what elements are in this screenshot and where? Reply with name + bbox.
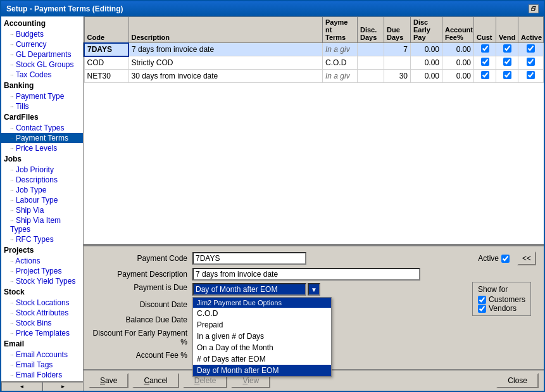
dropdown-option-given-days[interactable]: In a given # of Days bbox=[193, 331, 331, 342]
payment-desc-input[interactable] bbox=[192, 268, 420, 281]
main-window: Setup - Payment Terms (Editing) 🗗 Accoun… bbox=[0, 0, 545, 392]
payment-due-label: Payment is Due bbox=[91, 283, 192, 292]
show-for-section: Show for Customers Vendors bbox=[472, 282, 531, 316]
discount-early-label: Discount For Early Payment % bbox=[91, 329, 192, 346]
sidebar-item-ship-via-item-types[interactable]: ·· Ship Via Item Types bbox=[1, 215, 83, 234]
active-checkbox[interactable] bbox=[527, 71, 535, 79]
active-checkbox[interactable] bbox=[527, 58, 535, 66]
sidebar-item-budgets[interactable]: ·· Budgets bbox=[1, 29, 83, 39]
cell-account-fee: 0.00 bbox=[442, 43, 474, 56]
sidebar-item-stock-yield-types[interactable]: ·· Stock Yield Types bbox=[1, 276, 83, 286]
cell-vend bbox=[496, 70, 518, 83]
payment-due-dropdown-display[interactable]: Day of Month after EOM bbox=[192, 283, 306, 296]
cell-code: COD bbox=[84, 56, 128, 70]
sidebar-item-actions[interactable]: ·· Actions bbox=[1, 256, 83, 266]
sidebar-item-stock-bins[interactable]: ·· Stock Bins bbox=[1, 318, 83, 328]
active-form-checkbox[interactable] bbox=[501, 255, 510, 263]
dropdown-option-days-after-eom[interactable]: # of Days after EOM bbox=[193, 353, 331, 365]
sidebar-item-stock-attributes[interactable]: ·· Stock Attributes bbox=[1, 308, 83, 318]
sidebar-item-job-type[interactable]: ·· Job Type bbox=[1, 185, 83, 195]
sidebar-item-tax-codes[interactable]: ·· Tax Codes bbox=[1, 70, 83, 80]
edit-panel: Payment Code Active << Payment Descripti… bbox=[84, 245, 544, 369]
payment-due-dropdown-popup: Jim2 Payment Due Options C.O.D Prepaid I… bbox=[192, 297, 332, 377]
sidebar-category-jobs: Jobs bbox=[1, 153, 83, 165]
cell-disc-early-pay: 0.00 bbox=[411, 56, 442, 70]
dropdown-option-day-month-eom[interactable]: Day of Month after EOM bbox=[193, 365, 331, 376]
table-row[interactable]: NET30 30 days from invoice date In a giv… bbox=[84, 70, 544, 83]
sidebar-item-job-priority[interactable]: ·· Job Priority bbox=[1, 165, 83, 175]
save-button[interactable]: Save bbox=[89, 373, 128, 388]
cell-cust bbox=[474, 56, 496, 70]
title-bar: Setup - Payment Terms (Editing) 🗗 bbox=[1, 1, 544, 16]
cell-due-days bbox=[384, 56, 411, 70]
form-row-payment-desc: Payment Description bbox=[91, 268, 536, 281]
dropdown-option-cod[interactable]: C.O.D bbox=[193, 308, 331, 319]
show-for-customers-label: Customers bbox=[489, 295, 525, 304]
sidebar-item-descriptions[interactable]: ·· Descriptions bbox=[1, 175, 83, 185]
sidebar-item-email-accounts[interactable]: ·· Email Accounts bbox=[1, 350, 83, 360]
table-row[interactable]: 7DAYS 7 days from invoice date In a giv … bbox=[84, 43, 544, 56]
sidebar-item-stock-locations[interactable]: ·· Stock Locations bbox=[1, 298, 83, 308]
sidebar-item-currency[interactable]: ·· Currency bbox=[1, 39, 83, 49]
cell-active bbox=[518, 70, 544, 83]
cell-disc-days bbox=[358, 43, 384, 56]
table-row[interactable]: COD Strictly COD C.O.D 0.00 0.00 bbox=[84, 56, 544, 70]
sidebar-item-payment-terms[interactable]: ·· Payment Terms bbox=[1, 133, 83, 143]
cell-description: 7 days from invoice date bbox=[128, 43, 323, 56]
sidebar-item-contact-types[interactable]: ·· Contact Types bbox=[1, 123, 83, 133]
cust-checkbox[interactable] bbox=[481, 71, 489, 79]
sidebar-scroll-right[interactable]: ► bbox=[42, 382, 84, 391]
nav-back-button[interactable]: << bbox=[517, 251, 536, 265]
cell-active bbox=[518, 43, 544, 56]
sidebar-item-email-folders[interactable]: ·· Email Folders bbox=[1, 370, 83, 380]
cell-disc-early-pay: 0.00 bbox=[411, 43, 442, 56]
payment-code-input[interactable] bbox=[192, 252, 306, 265]
col-due-days: DueDays bbox=[384, 17, 411, 43]
window-title: Setup - Payment Terms (Editing) bbox=[6, 4, 123, 13]
col-account-fee: Account Fee% bbox=[442, 17, 474, 43]
cell-disc-early-pay: 0.00 bbox=[411, 70, 442, 83]
sidebar-item-gl-departments[interactable]: ·· GL Departments bbox=[1, 49, 83, 60]
sidebar-item-labour-type[interactable]: ·· Labour Type bbox=[1, 195, 83, 205]
sidebar-item-stock-gl-groups[interactable]: ·· Stock GL Groups bbox=[1, 60, 83, 70]
payment-due-dropdown-arrow[interactable]: ▼ bbox=[308, 283, 320, 296]
show-for-vendors-checkbox[interactable] bbox=[478, 305, 486, 313]
col-description: Description bbox=[128, 17, 323, 43]
cust-checkbox[interactable] bbox=[481, 58, 489, 66]
form-row-payment-due: Payment is Due Day of Month after EOM ▼ … bbox=[91, 283, 536, 296]
sidebar-item-tills[interactable]: ·· Tills bbox=[1, 101, 83, 111]
cell-disc-days bbox=[358, 56, 384, 70]
vend-checkbox[interactable] bbox=[503, 44, 511, 53]
col-cust: Cust bbox=[474, 17, 496, 43]
dropdown-option-day-of-month[interactable]: On a Day of the Month bbox=[193, 342, 331, 353]
sidebar-wrapper: Accounting ·· Budgets ·· Currency ·· GL … bbox=[1, 16, 84, 391]
cancel-button[interactable]: Cancel bbox=[132, 373, 179, 388]
show-for-customers-checkbox[interactable] bbox=[478, 296, 486, 304]
sidebar-item-email-tags[interactable]: ·· Email Tags bbox=[1, 360, 83, 370]
close-button[interactable]: Close bbox=[496, 373, 539, 388]
sidebar-category-projects: Projects bbox=[1, 244, 83, 256]
show-for-customers-item: Customers bbox=[478, 295, 525, 304]
sidebar-scroll-left[interactable]: ◄ bbox=[1, 382, 42, 391]
sidebar-item-price-levels[interactable]: ·· Price Levels bbox=[1, 143, 83, 153]
payment-desc-label: Payment Description bbox=[91, 270, 192, 279]
cell-due-days: 30 bbox=[384, 70, 411, 83]
sidebar-category-email: Email bbox=[1, 338, 83, 350]
payment-code-label: Payment Code bbox=[91, 254, 192, 263]
sidebar-item-payment-type[interactable]: ·· Payment Type bbox=[1, 91, 83, 101]
sidebar-item-price-templates[interactable]: ·· Price Templates bbox=[1, 328, 83, 338]
restore-button[interactable]: 🗗 bbox=[529, 4, 539, 13]
dropdown-option-prepaid[interactable]: Prepaid bbox=[193, 319, 331, 331]
vend-checkbox[interactable] bbox=[503, 71, 511, 79]
active-checkbox[interactable] bbox=[527, 44, 535, 53]
show-for-title: Show for bbox=[478, 285, 525, 294]
sidebar-item-project-types[interactable]: ·· Project Types bbox=[1, 266, 83, 276]
sidebar-item-ship-via[interactable]: ·· Ship Via bbox=[1, 205, 83, 215]
cust-checkbox[interactable] bbox=[481, 44, 489, 53]
data-table-area: Code Description PaymentTerms Disc.Days … bbox=[84, 16, 544, 245]
active-label: Active bbox=[478, 254, 499, 263]
vend-checkbox[interactable] bbox=[503, 58, 511, 66]
sidebar-item-rfc-types[interactable]: ·· RFC Types bbox=[1, 234, 83, 244]
sidebar: Accounting ·· Budgets ·· Currency ·· GL … bbox=[1, 16, 84, 381]
col-disc-days: Disc.Days bbox=[358, 17, 384, 43]
